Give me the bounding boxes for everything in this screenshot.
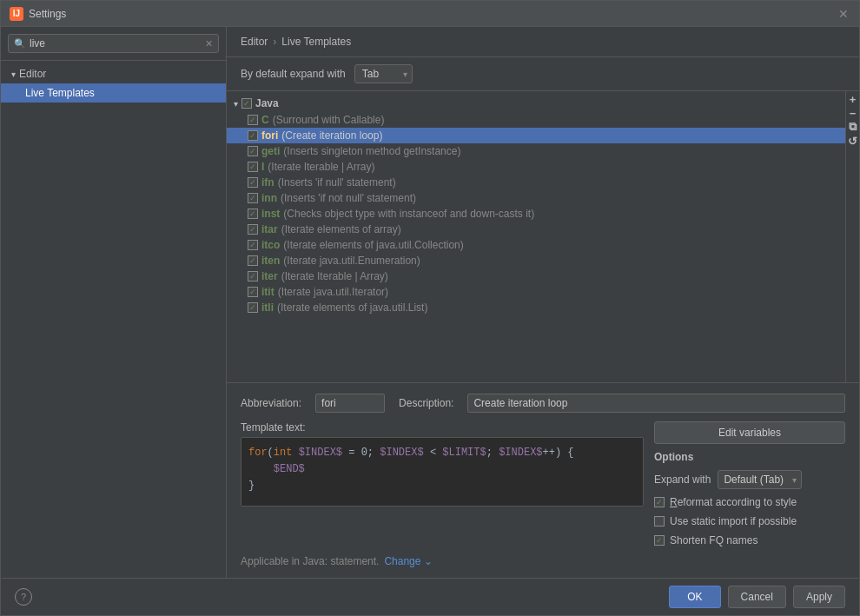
template-item-c[interactable]: ✓ C (Surround with Callable) [227,112,845,128]
remove-template-button[interactable]: − [847,107,859,119]
applicable-text: Applicable in Java: statement. [241,555,379,567]
abbreviation-input[interactable] [315,394,385,413]
breadcrumb: Editor › Live Templates [227,27,859,57]
search-clear-icon[interactable]: ✕ [205,38,213,50]
sidebar-tree: ▾ Editor Live Templates [1,61,226,578]
item-iten-checkbox[interactable]: ✓ [248,255,258,266]
item-inn-checkbox[interactable]: ✓ [248,193,258,203]
template-item-iten[interactable]: ✓ iten (Iterate java.util.Enumeration) [227,253,845,268]
apply-button[interactable]: Apply [793,586,845,608]
item-itco-checkbox[interactable]: ✓ [248,240,258,250]
panel-top: By default expand with Tab Enter Space ▾ [227,57,859,91]
item-ifn-checkbox[interactable]: ✓ [248,177,258,188]
item-I-desc: (Iterate Iterable | Array) [268,161,374,173]
sidebar-item-live-templates[interactable]: Live Templates [1,83,226,103]
java-group-checkbox[interactable]: ✓ [241,98,252,109]
template-item-fori[interactable]: ✓ fori (Create iteration loop) [227,128,845,143]
applicable-row: Applicable in Java: statement. Change ⌄ [241,555,845,567]
applicable-change-link[interactable]: Change ⌄ [384,555,432,567]
breadcrumb-parent: Editor [241,36,268,48]
footer: ? OK Cancel Apply [1,578,859,615]
static-import-checkbox[interactable] [654,516,665,527]
description-input[interactable] [467,394,845,413]
edit-variables-button[interactable]: Edit variables [654,421,845,444]
expand-with-options-row: Expand with Default (Tab) Tab Enter Spac… [654,470,845,489]
search-input-wrapper: 🔍 ✕ [8,34,219,53]
footer-right: OK Cancel Apply [669,586,845,608]
item-itli-checkbox[interactable]: ✓ [248,302,258,313]
window-title: Settings [29,8,66,20]
copy-template-button[interactable]: ⧉ [847,121,859,133]
ok-button[interactable]: OK [669,586,720,608]
description-label: Description: [399,397,453,409]
item-c-checkbox[interactable]: ✓ [248,115,258,125]
bottom-panel: Abbreviation: Description: Template text… [227,382,859,578]
template-item-I[interactable]: ✓ I (Iterate Iterable | Array) [227,159,845,175]
add-template-button[interactable]: + [847,93,859,105]
main-content: 🔍 ✕ ▾ Editor Live Templates Editor › Liv… [1,27,859,578]
tree-toolbar: + − ⧉ ↺ [845,91,859,382]
template-text-label: Template text: [241,421,644,434]
item-fori-checkbox[interactable]: ✓ [248,130,258,141]
reset-template-button[interactable]: ↺ [847,135,859,147]
item-ifn-abbrev: ifn [261,176,275,189]
chevron-down-icon: ▾ [11,70,16,79]
search-input[interactable] [30,37,202,50]
expand-with-select[interactable]: Tab Enter Space [354,64,413,83]
java-group-chevron-icon: ▾ [234,99,238,109]
template-item-itli[interactable]: ✓ itli (Iterate elements of java.util.Li… [227,300,845,315]
expand-with-option-label: Expand with [654,474,711,486]
template-item-inn[interactable]: ✓ inn (Inserts 'if not null' statement) [227,190,845,206]
help-button[interactable]: ? [15,588,32,606]
title-bar-left: IJ Settings [10,7,66,21]
item-iten-abbrev: iten [261,255,280,267]
app-icon: IJ [10,7,23,21]
static-import-option-label: Use static import if possible [670,515,797,527]
item-c-abbrev: C [261,114,269,126]
item-iten-desc: (Iterate java.util.Enumeration) [283,255,420,267]
java-group-label: Java [255,97,279,109]
cancel-button[interactable]: Cancel [728,586,786,608]
templates-tree: ▾ ✓ Java ✓ C (Surround with Callable) ✓ … [227,91,845,382]
java-group-header[interactable]: ▾ ✓ Java [227,95,845,112]
item-inn-abbrev: inn [261,192,277,204]
settings-dialog: IJ Settings ✕ 🔍 ✕ ▾ Editor Live Template… [0,0,860,616]
item-I-checkbox[interactable]: ✓ [248,162,258,172]
item-iter-abbrev: iter [261,270,278,282]
expand-with-select-wrapper: Tab Enter Space ▾ [354,64,413,83]
abbreviation-row: Abbreviation: Description: [241,394,845,413]
item-fori-desc: (Create iteration loop) [281,129,382,142]
templates-area: ▾ ✓ Java ✓ C (Surround with Callable) ✓ … [227,91,859,382]
template-code-editor[interactable]: for(int $INDEX$ = 0; $INDEX$ < $LIMIT$; … [241,437,644,507]
item-c-desc: (Surround with Callable) [273,114,385,126]
item-geti-checkbox[interactable]: ✓ [248,146,258,156]
template-item-inst[interactable]: ✓ inst (Checks object type with instance… [227,206,845,222]
item-inst-desc: (Checks object type with instanceof and … [283,208,534,220]
item-iter-checkbox[interactable]: ✓ [248,271,258,282]
item-itit-desc: (Iterate java.util.Iterator) [278,286,388,298]
title-bar: IJ Settings ✕ [1,1,859,27]
template-item-itar[interactable]: ✓ itar (Iterate elements of array) [227,222,845,237]
close-button[interactable]: ✕ [837,7,850,21]
item-inst-abbrev: inst [261,208,280,220]
footer-left: ? [15,588,32,606]
sidebar-item-editor[interactable]: ▾ Editor [1,64,226,83]
reformat-checkbox[interactable]: ✓ [654,497,665,507]
template-item-itco[interactable]: ✓ itco (Iterate elements of java.util.Co… [227,237,845,253]
shorten-fq-checkbox[interactable]: ✓ [654,535,665,546]
item-itco-abbrev: itco [261,239,280,251]
item-itar-checkbox[interactable]: ✓ [248,224,258,235]
item-itit-checkbox[interactable]: ✓ [248,287,258,297]
item-inst-checkbox[interactable]: ✓ [248,209,258,219]
expand-with-label: By default expand with [241,68,346,80]
template-item-ifn[interactable]: ✓ ifn (Inserts 'if null' statement) [227,175,845,190]
template-item-itit[interactable]: ✓ itit (Iterate java.util.Iterator) [227,284,845,300]
sidebar: 🔍 ✕ ▾ Editor Live Templates [1,27,227,578]
item-fori-abbrev: fori [261,129,278,142]
expand-with-option-select[interactable]: Default (Tab) Tab Enter Space [718,470,802,489]
expand-with-option-select-wrapper: Default (Tab) Tab Enter Space ▾ [718,470,802,489]
reformat-option-label: Reformat according to style [670,496,797,508]
template-item-iter[interactable]: ✓ iter (Iterate Iterable | Array) [227,268,845,284]
template-item-geti[interactable]: ✓ geti (Inserts singleton method getInst… [227,143,845,159]
breadcrumb-separator: › [273,36,276,48]
